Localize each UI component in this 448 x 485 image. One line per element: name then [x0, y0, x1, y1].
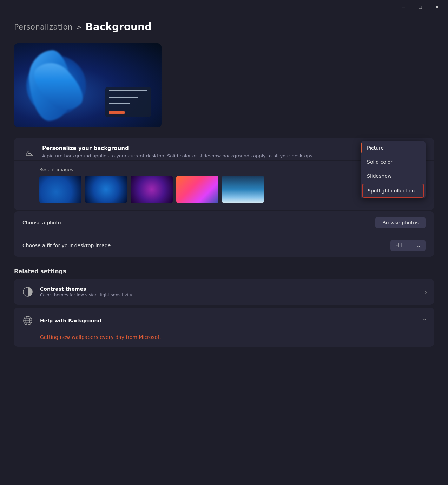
overlay-line-2 [109, 97, 138, 98]
contrast-themes-title: Contrast themes [40, 286, 419, 292]
recent-image-3[interactable] [131, 176, 173, 203]
contrast-themes-icon [21, 285, 34, 299]
browse-photos-button[interactable]: Browse photos [375, 217, 426, 228]
contrast-themes-row[interactable]: Contrast themes Color themes for low vis… [14, 279, 434, 305]
overlay-accent-bar [109, 111, 125, 114]
bloom-graphic [18, 47, 94, 124]
dropdown-item-picture[interactable]: Picture [361, 141, 426, 155]
minimize-button[interactable]: ─ [395, 1, 411, 13]
chevron-down-icon: ⌄ [416, 243, 421, 248]
breadcrumb-separator: > [76, 23, 82, 31]
choose-photo-label: Choose a photo [22, 220, 61, 225]
dropdown-item-solid[interactable]: Solid color [361, 155, 426, 169]
contrast-themes-subtitle: Color themes for low vision, light sensi… [40, 293, 419, 297]
breadcrumb-current: Background [86, 21, 152, 33]
fit-dropdown[interactable]: Fill ⌄ [390, 240, 426, 251]
help-header-left: Help with Background [21, 314, 101, 327]
globe-icon [22, 315, 33, 326]
svg-point-1 [28, 151, 29, 152]
choose-fit-label: Choose a fit for your desktop image [22, 243, 111, 248]
help-card: Help with Background ⌃ Getting new wallp… [14, 308, 434, 347]
preview-window-overlay [105, 87, 151, 117]
choose-photo-row: Choose a photo Browse photos [14, 211, 434, 234]
recent-image-5[interactable] [222, 176, 264, 203]
contrast-icon [22, 286, 33, 297]
picture-icon [25, 149, 34, 157]
overlay-line-3 [109, 103, 130, 104]
help-title: Help with Background [40, 318, 101, 323]
fill-dropdown-value: Fill [395, 243, 402, 248]
help-header[interactable]: Help with Background ⌃ [14, 308, 434, 334]
dropdown-item-slideshow[interactable]: Slideshow [361, 169, 426, 183]
related-settings-title: Related settings [14, 268, 434, 275]
breadcrumb-parent[interactable]: Personalization [14, 22, 73, 31]
chevron-right-icon: › [425, 289, 427, 295]
dropdown-item-spotlight[interactable]: Spotlight collection [362, 184, 424, 198]
chevron-up-icon: ⌃ [422, 317, 427, 324]
main-content: Personalization > Background [0, 14, 448, 361]
desktop-preview [14, 43, 162, 127]
choose-fit-row: Choose a fit for your desktop image Fill… [14, 234, 434, 257]
help-content: Getting new wallpapers every day from Mi… [14, 334, 434, 347]
recent-image-1[interactable] [39, 176, 81, 203]
win11-bloom-logo [25, 54, 88, 117]
photo-settings-group: Choose a photo Browse photos Choose a fi… [14, 211, 434, 257]
preview-background [14, 43, 162, 127]
personalize-card: Personalize your background A picture ba… [14, 138, 434, 160]
titlebar: ─ □ ✕ [0, 0, 448, 14]
related-settings-card: Contrast themes Color themes for low vis… [14, 279, 434, 305]
overlay-line-1 [109, 90, 147, 91]
help-icon [21, 314, 34, 327]
maximize-button[interactable]: □ [412, 1, 428, 13]
background-type-dropdown[interactable]: Picture Solid color Slideshow Spotlight … [361, 141, 426, 198]
close-button[interactable]: ✕ [429, 1, 445, 13]
recent-image-2[interactable] [85, 176, 127, 203]
help-link[interactable]: Getting new wallpapers every day from Mi… [40, 334, 161, 340]
contrast-themes-text: Contrast themes Color themes for low vis… [40, 286, 419, 297]
breadcrumb: Personalization > Background [14, 21, 434, 33]
recent-image-4[interactable] [176, 176, 218, 203]
personalize-icon [22, 146, 37, 160]
